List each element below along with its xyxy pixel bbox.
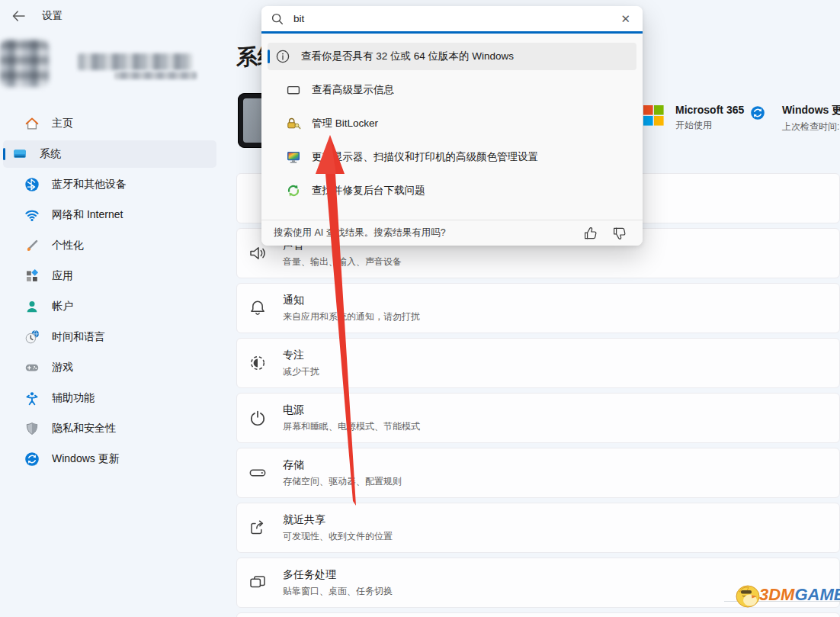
- sidebar-item-label: 系统: [40, 147, 61, 161]
- search-result-label: 更改显示器、扫描仪和打印机的高级颜色管理设置: [312, 150, 538, 164]
- multitasking-icon: [248, 573, 268, 593]
- app-title: 设置: [42, 9, 63, 23]
- settings-row-title: 电源: [283, 403, 420, 417]
- settings-row-title: 通知: [283, 294, 420, 307]
- sidebar-item-privacy[interactable]: 隐私和安全性: [3, 415, 216, 442]
- search-result[interactable]: 更改显示器、扫描仪和打印机的高级颜色管理设置: [268, 143, 636, 171]
- power-icon: [248, 408, 268, 428]
- sidebar-item-home[interactable]: 主页: [3, 110, 216, 137]
- info-icon: [275, 49, 290, 64]
- search-result[interactable]: 管理 BitLocker: [268, 110, 636, 137]
- search-input[interactable]: bit: [293, 13, 608, 24]
- hero-card-title: Microsoft 365: [675, 104, 744, 116]
- accessibility-icon: [24, 390, 40, 406]
- hero-card-title: Windows 更新: [782, 104, 840, 117]
- gaming-icon: [24, 360, 40, 375]
- avatar[interactable]: [0, 40, 49, 87]
- sidebar-item-apps[interactable]: 应用: [3, 262, 216, 290]
- sidebar-item-label: 主页: [52, 117, 73, 130]
- settings-row-title: 就近共享: [283, 513, 393, 527]
- watermark: 3DM GAME: [733, 580, 840, 610]
- sidebar-item-bluetooth[interactable]: 蓝牙和其他设备: [3, 171, 216, 198]
- sidebar-item-label: 游戏: [52, 361, 73, 374]
- search-box[interactable]: bit ✕: [261, 6, 643, 31]
- settings-row[interactable]: [236, 612, 840, 617]
- search-result-label: 管理 BitLocker: [312, 117, 378, 130]
- troubleshoot-icon: [286, 183, 301, 198]
- sidebar-nav: 主页 系统 蓝牙和其他设备 网络和 Internet 个性化 应用 帐户 时间和…: [0, 110, 220, 476]
- thumbs-up-icon[interactable]: [583, 226, 598, 241]
- sidebar-item-windows-update[interactable]: Windows 更新: [3, 445, 216, 473]
- search-result-label: 查找并修复后台下载问题: [312, 184, 425, 198]
- sidebar-item-label: 隐私和安全性: [52, 422, 116, 435]
- sidebar: 主页 系统 蓝牙和其他设备 网络和 Internet 个性化 应用 帐户 时间和…: [0, 32, 229, 617]
- sidebar-item-label: 网络和 Internet: [52, 208, 123, 222]
- windows-update-icon: [24, 452, 40, 467]
- chick-mascot-icon: [733, 580, 762, 610]
- account-email-redacted: [114, 72, 197, 79]
- settings-row[interactable]: 电源 屏幕和睡眠、电源模式、节能模式: [236, 393, 840, 443]
- sidebar-item-label: 时间和语言: [52, 330, 105, 344]
- sidebar-item-label: 个性化: [52, 239, 84, 252]
- settings-row[interactable]: 专注 减少干扰: [236, 338, 840, 388]
- search-result-label: 查看高级显示信息: [312, 83, 394, 97]
- selected-indicator: [3, 148, 5, 160]
- sidebar-item-label: 蓝牙和其他设备: [52, 178, 127, 191]
- sidebar-item-time-language[interactable]: 时间和语言: [3, 323, 216, 351]
- back-button[interactable]: [12, 11, 25, 21]
- selected-indicator: [268, 50, 270, 63]
- search-results: 查看你是否具有 32 位或 64 位版本的 Windows 查看高级显示信息 管…: [268, 43, 636, 210]
- search-feedback-bar: 搜索使用 AI 查找结果。搜索结果有用吗?: [261, 220, 643, 246]
- nearby-share-icon: [248, 518, 268, 538]
- focus-icon: [248, 353, 268, 373]
- sidebar-item-accessibility[interactable]: 辅助功能: [3, 384, 216, 412]
- sidebar-item-accounts[interactable]: 帐户: [3, 293, 216, 320]
- sound-icon: [248, 243, 268, 263]
- thumbs-down-icon[interactable]: [612, 226, 627, 241]
- display-icon: [286, 82, 301, 98]
- sidebar-item-label: 帐户: [52, 300, 73, 313]
- sidebar-item-gaming[interactable]: 游戏: [3, 354, 216, 381]
- settings-row-subtitle: 减少干扰: [283, 365, 319, 378]
- accounts-icon: [24, 299, 40, 314]
- search-result[interactable]: 查看高级显示信息: [268, 76, 636, 104]
- privacy-icon: [24, 421, 40, 436]
- color-management-icon: [286, 149, 301, 165]
- settings-row-title: 专注: [283, 349, 319, 362]
- microsoft-logo: [643, 105, 665, 127]
- search-result[interactable]: 查找并修复后台下载问题: [268, 177, 636, 204]
- search-accent-underline: [261, 31, 643, 34]
- account-name-redacted: [78, 53, 192, 70]
- network-icon: [24, 207, 40, 223]
- settings-row[interactable]: 存储 存储空间、驱动器、配置规则: [236, 448, 840, 498]
- settings-row-subtitle: 来自应用和系统的通知，请勿打扰: [283, 310, 420, 323]
- settings-row-subtitle: 存储空间、驱动器、配置规则: [283, 475, 402, 488]
- notifications-icon: [248, 298, 268, 318]
- close-icon[interactable]: ✕: [617, 12, 633, 26]
- storage-icon: [248, 463, 268, 483]
- settings-row-subtitle: 音量、输出、输入、声音设备: [283, 255, 402, 268]
- windows-update-icon: [750, 105, 771, 127]
- sidebar-item-label: Windows 更新: [52, 452, 120, 466]
- hero-card-subtitle: 开始使用: [675, 119, 744, 132]
- system-icon: [12, 146, 27, 162]
- settings-row[interactable]: 就近共享 可发现性、收到文件的位置: [236, 503, 840, 553]
- settings-row[interactable]: 通知 来自应用和系统的通知，请勿打扰: [236, 283, 840, 333]
- hero-card-ms365[interactable]: Microsoft 365 开始使用: [643, 104, 744, 132]
- sidebar-item-network[interactable]: 网络和 Internet: [3, 201, 216, 229]
- watermark-game: GAME: [794, 585, 840, 605]
- search-result[interactable]: 查看你是否具有 32 位或 64 位版本的 Windows: [268, 43, 636, 70]
- titlebar: 设置: [0, 0, 63, 32]
- settings-row-subtitle: 贴靠窗口、桌面、任务切换: [283, 585, 393, 598]
- apps-icon: [24, 268, 40, 284]
- hero-card-update[interactable]: Windows 更新 上次检查时间: 4: [750, 104, 840, 133]
- settings-row-title: 多任务处理: [283, 568, 393, 582]
- time-language-icon: [24, 329, 40, 345]
- settings-row-title: 存储: [283, 458, 402, 472]
- sidebar-item-system[interactable]: 系统: [3, 140, 216, 168]
- settings-row-subtitle: 可发现性、收到文件的位置: [283, 530, 393, 543]
- home-icon: [24, 116, 40, 131]
- sidebar-item-personalization[interactable]: 个性化: [3, 232, 216, 259]
- watermark-3dm: 3DM: [759, 585, 794, 605]
- bluetooth-icon: [24, 177, 40, 192]
